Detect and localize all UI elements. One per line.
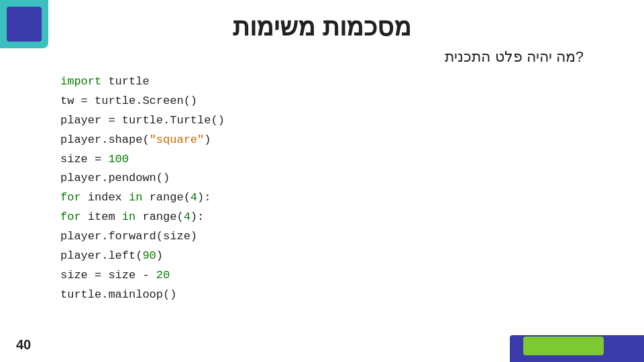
code-block: import turtletw = turtle.Screen()player … (60, 72, 225, 305)
code-line: size = size - 20 (60, 266, 225, 286)
deco-green-bottom-right-shape (523, 337, 604, 355)
code-line: for item in range(4): (60, 208, 225, 227)
slide-subtitle: ?מה יהיה פלט התכנית (0, 48, 584, 66)
code-line: turtle.mainloop() (60, 286, 225, 305)
code-line: player.shape("square") (60, 131, 225, 150)
code-line: player.left(90) (60, 247, 225, 266)
code-line: size = 100 (60, 150, 225, 170)
code-line: for index in range(4): (60, 188, 225, 208)
code-line: player = turtle.Turtle() (60, 111, 225, 131)
code-line: tw = turtle.Screen() (60, 92, 225, 111)
code-line: player.pendown() (60, 169, 225, 188)
code-line: import turtle (60, 72, 225, 92)
slide-title: מסכמות משימות (0, 12, 644, 42)
page-number: 40 (16, 337, 31, 353)
code-line: player.forward(size) (60, 227, 225, 247)
